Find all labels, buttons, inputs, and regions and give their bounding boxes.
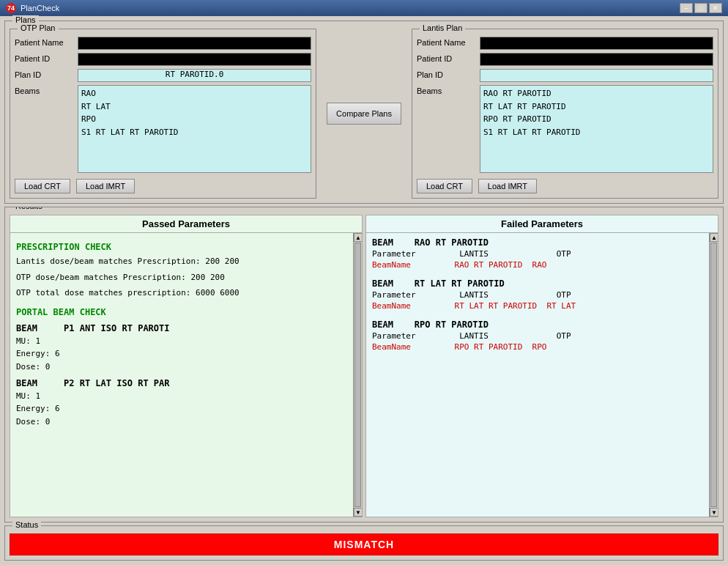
failed-beam-2-title: BEAM RT LAT RT PAROTID bbox=[372, 278, 703, 289]
plans-group: Plans OTP Plan Patient Name Patient ID P… bbox=[4, 21, 724, 204]
title-bar: 74 PlanCheck – □ ✕ bbox=[0, 0, 728, 16]
failed-beam-3-title: BEAM RPO RT PAROTID bbox=[372, 320, 703, 330]
otp-patient-id-input[interactable] bbox=[78, 53, 311, 66]
passed-beam-2-header: BEAM P2 RT LAT ISO RT PAR bbox=[16, 378, 347, 388]
close-button[interactable]: ✕ bbox=[709, 3, 722, 13]
prescription-line-1: Lantis dose/beam matches Prescription: 2… bbox=[16, 255, 347, 268]
passed-header: Passed Parameters bbox=[10, 215, 362, 233]
lantis-patient-name-label: Patient Name bbox=[417, 37, 475, 47]
prescription-line-3: OTP total dose matches prescription: 600… bbox=[16, 287, 347, 300]
failed-beam-3-param-1: BeamName RPO RT PAROTID RPO bbox=[372, 342, 703, 352]
otp-plan-title: OTP Plan bbox=[18, 23, 59, 32]
lantis-load-imrt-button[interactable]: Load IMRT bbox=[478, 179, 537, 193]
lantis-btn-row: Load CRT Load IMRT bbox=[417, 179, 713, 193]
failed-beam-1-param-1: BeamName RAO RT PAROTID RAO bbox=[372, 260, 703, 270]
prescription-line-2: OTP dose/beam matches Prescription: 200 … bbox=[16, 271, 347, 284]
lantis-patient-id-label: Patient ID bbox=[417, 53, 475, 63]
otp-beam-4: S1 RT LAT RT PAROTID bbox=[81, 126, 308, 139]
passed-scroll-down[interactable]: ▼ bbox=[354, 508, 362, 517]
main-window: Plans OTP Plan Patient Name Patient ID P… bbox=[0, 16, 728, 565]
status-section: Status MISMATCH bbox=[4, 525, 724, 561]
lantis-plan-id-input[interactable] bbox=[480, 69, 713, 82]
otp-beam-3: RPO bbox=[81, 113, 308, 126]
failed-scroll-up[interactable]: ▲ bbox=[710, 233, 718, 242]
lantis-beam-1: RAO RT PAROTID bbox=[483, 87, 710, 100]
lantis-beam-2: RT LAT RT PAROTID bbox=[483, 100, 710, 114]
results-title: Results bbox=[12, 207, 45, 210]
failed-beam-1-block: BEAM RAO RT PAROTID Parameter LANTIS OTP… bbox=[372, 237, 703, 270]
passed-parameters-panel: Passed Parameters PRESCRIPTION CHECK Lan… bbox=[10, 215, 363, 517]
otp-load-imrt-button[interactable]: Load IMRT bbox=[76, 179, 135, 193]
maximize-button[interactable]: □ bbox=[694, 3, 707, 13]
lantis-plan-box: Lantis Plan Patient Name Patient ID Plan… bbox=[412, 29, 718, 199]
otp-patient-id-label: Patient ID bbox=[15, 53, 73, 63]
passed-scrollbar[interactable]: ▲ ▼ bbox=[353, 233, 362, 517]
otp-beam-2: RT LAT bbox=[81, 100, 308, 114]
otp-plan-box: OTP Plan Patient Name Patient ID Plan ID… bbox=[10, 29, 316, 199]
compare-plans-button[interactable]: Compare Plans bbox=[327, 103, 401, 125]
otp-load-crt-button[interactable]: Load CRT bbox=[15, 179, 70, 193]
app-title: PlanCheck bbox=[21, 4, 59, 12]
prescription-check-header: PRESCRIPTION CHECK bbox=[16, 242, 347, 252]
lantis-plan-title: Lantis Plan bbox=[420, 23, 465, 32]
otp-beams-area: RAO RT LAT RPO S1 RT LAT RT PAROTID bbox=[78, 85, 311, 173]
passed-beam-1-mu: MU: 1 bbox=[16, 335, 347, 348]
failed-parameters-panel: Failed Parameters BEAM RAO RT PAROTID Pa… bbox=[365, 215, 718, 517]
otp-plan-id-label: Plan ID bbox=[15, 69, 73, 79]
failed-scroll-down[interactable]: ▼ bbox=[710, 508, 718, 517]
failed-beam-1-title: BEAM RAO RT PAROTID bbox=[372, 237, 703, 248]
plans-section: OTP Plan Patient Name Patient ID Plan ID… bbox=[10, 29, 718, 199]
passed-beam-2-dose: Dose: 0 bbox=[16, 416, 347, 429]
passed-beam-2-energy: Energy: 6 bbox=[16, 402, 347, 416]
failed-beam-2-param-1: BeamName RT LAT RT PAROTID RT LAT bbox=[372, 301, 703, 311]
lantis-patient-id-input[interactable] bbox=[480, 53, 713, 66]
otp-beams-label: Beams bbox=[15, 85, 73, 95]
results-section: Results Passed Parameters PRESCRIPTION C… bbox=[4, 207, 724, 522]
title-controls: – □ ✕ bbox=[680, 3, 722, 13]
minimize-button[interactable]: – bbox=[680, 3, 693, 13]
title-bar-left: 74 PlanCheck bbox=[6, 3, 59, 13]
mismatch-indicator: MISMATCH bbox=[10, 533, 718, 555]
failed-beam-2-params-header: Parameter LANTIS OTP bbox=[372, 290, 703, 300]
passed-scroll-up[interactable]: ▲ bbox=[354, 233, 362, 242]
passed-beam-2-mu: MU: 1 bbox=[16, 390, 347, 403]
app-icon: 74 bbox=[6, 3, 16, 13]
failed-beam-1-params-header: Parameter LANTIS OTP bbox=[372, 249, 703, 259]
failed-beam-3-params-header: Parameter LANTIS OTP bbox=[372, 331, 703, 341]
passed-scroll-thumb[interactable] bbox=[354, 243, 361, 507]
lantis-patient-name-input[interactable] bbox=[480, 37, 713, 50]
otp-beam-1: RAO bbox=[81, 87, 308, 100]
lantis-plan-form: Patient Name Patient ID Plan ID Beams RA… bbox=[417, 37, 713, 173]
passed-beam-1-header: BEAM P1 ANT ISO RT PAROTI bbox=[16, 323, 347, 333]
passed-beam-1-dose: Dose: 0 bbox=[16, 361, 347, 374]
otp-patient-name-input[interactable] bbox=[78, 37, 311, 50]
otp-patient-name-label: Patient Name bbox=[15, 37, 73, 47]
failed-beam-2-block: BEAM RT LAT RT PAROTID Parameter LANTIS … bbox=[372, 278, 703, 311]
results-body: Passed Parameters PRESCRIPTION CHECK Lan… bbox=[10, 215, 718, 517]
otp-plan-form: Patient Name Patient ID Plan ID RT PAROT… bbox=[15, 37, 311, 173]
lantis-plan-id-label: Plan ID bbox=[417, 69, 475, 79]
lantis-load-crt-button[interactable]: Load CRT bbox=[417, 179, 472, 193]
lantis-beams-label: Beams bbox=[417, 85, 475, 95]
failed-scrollbar[interactable]: ▲ ▼ bbox=[709, 233, 718, 517]
compare-btn-area: Compare Plans bbox=[322, 29, 406, 199]
failed-content[interactable]: BEAM RAO RT PAROTID Parameter LANTIS OTP… bbox=[366, 233, 709, 517]
otp-plan-id-input[interactable]: RT PAROTID.0 bbox=[78, 69, 311, 82]
lantis-beam-4: S1 RT LAT RT PAROTID bbox=[483, 126, 710, 139]
lantis-beams-area: RAO RT PAROTID RT LAT RT PAROTID RPO RT … bbox=[480, 85, 713, 173]
portal-beam-check-header: PORTAL BEAM CHECK bbox=[16, 307, 347, 317]
passed-content[interactable]: PRESCRIPTION CHECK Lantis dose/beam matc… bbox=[10, 233, 353, 517]
status-title: Status bbox=[12, 520, 41, 529]
passed-beam-1-energy: Energy: 6 bbox=[16, 347, 347, 361]
lantis-beam-3: RPO RT PAROTID bbox=[483, 113, 710, 126]
otp-btn-row: Load CRT Load IMRT bbox=[15, 179, 311, 193]
failed-header: Failed Parameters bbox=[366, 215, 718, 233]
failed-scroll-thumb[interactable] bbox=[710, 243, 717, 507]
failed-beam-3-block: BEAM RPO RT PAROTID Parameter LANTIS OTP… bbox=[372, 320, 703, 352]
